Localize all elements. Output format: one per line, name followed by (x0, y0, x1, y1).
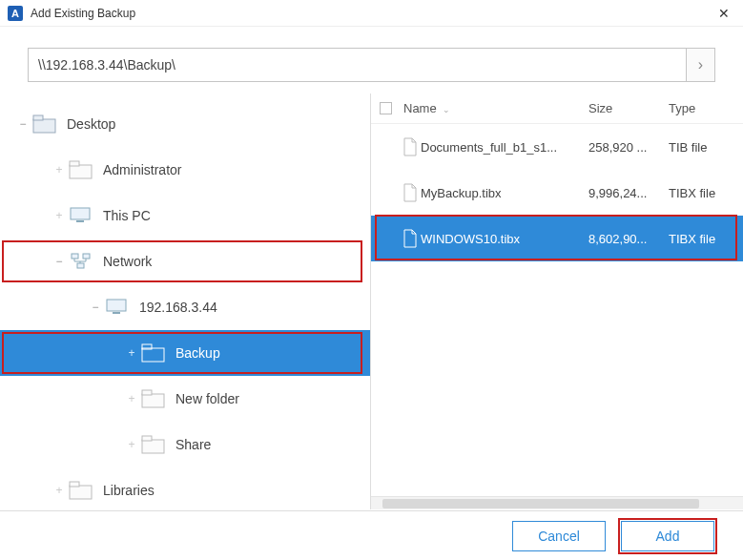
folder-icon (32, 114, 57, 135)
file-size: 258,920 ... (588, 140, 669, 155)
column-type[interactable]: Type (669, 101, 743, 115)
svg-rect-1 (33, 115, 43, 120)
network-icon (69, 251, 93, 272)
monitor-icon (105, 297, 130, 318)
svg-rect-14 (142, 390, 152, 395)
tree-label: This PC (103, 208, 151, 223)
main-area: − Desktop + Administrator + This PC − (0, 93, 743, 509)
svg-rect-10 (113, 312, 120, 314)
tree-label: New folder (175, 391, 239, 406)
tree-network[interactable]: − Network (0, 239, 370, 284)
window-title: Add Existing Backup (31, 7, 712, 20)
path-go-button[interactable]: › (687, 48, 715, 82)
file-list-header: Name⌄ Size Type (371, 93, 743, 124)
collapse-icon[interactable]: − (53, 255, 65, 268)
file-name: WINDOWS10.tibx (421, 232, 588, 246)
svg-rect-7 (83, 254, 90, 259)
file-icon (400, 229, 421, 248)
svg-rect-17 (70, 486, 92, 499)
tree-administrator[interactable]: + Administrator (0, 147, 370, 193)
svg-rect-16 (142, 436, 152, 441)
app-icon: A (8, 6, 23, 21)
file-name: Documents_full_b1_s1... (421, 140, 588, 155)
expand-icon[interactable]: + (126, 392, 137, 405)
file-size: 9,996,24... (588, 186, 669, 200)
select-all-checkbox[interactable] (371, 102, 400, 114)
file-type: TIBX file (669, 186, 743, 200)
svg-rect-8 (77, 263, 84, 268)
chevron-right-icon: › (698, 56, 703, 73)
collapse-icon[interactable]: − (17, 117, 29, 131)
svg-rect-15 (142, 440, 164, 453)
expand-icon[interactable]: + (53, 209, 65, 222)
folder-icon (69, 159, 93, 180)
add-button[interactable]: Add (621, 521, 714, 551)
tree-label: Backup (175, 345, 220, 361)
sort-indicator-icon: ⌄ (443, 105, 450, 114)
column-name[interactable]: Name⌄ (400, 101, 588, 115)
file-icon (400, 137, 421, 156)
folder-icon (141, 434, 166, 455)
file-type: TIBX file (669, 232, 743, 246)
expand-icon[interactable]: + (53, 484, 65, 497)
tree-label: Administrator (103, 162, 181, 177)
file-size: 8,602,90... (588, 232, 669, 246)
tree-label: Share (175, 437, 211, 452)
column-size[interactable]: Size (588, 101, 669, 115)
dialog-footer: Cancel Add (0, 510, 743, 560)
svg-rect-9 (107, 300, 126, 311)
file-type: TIB file (669, 140, 743, 155)
svg-rect-18 (70, 482, 79, 487)
path-input[interactable] (28, 48, 687, 82)
path-bar: › (28, 48, 715, 82)
svg-rect-3 (70, 161, 79, 166)
svg-rect-6 (72, 254, 78, 259)
file-name: MyBackup.tibx (421, 186, 588, 200)
folder-icon (141, 388, 166, 409)
tree-desktop[interactable]: − Desktop (0, 101, 370, 147)
file-icon (400, 183, 421, 202)
file-row[interactable]: Documents_full_b1_s1...258,920 ...TIB fi… (371, 124, 743, 170)
expand-icon[interactable]: + (126, 346, 137, 360)
expand-icon[interactable]: + (126, 438, 137, 451)
folder-open-icon (141, 342, 166, 363)
tree-label: Desktop (67, 116, 115, 132)
svg-rect-2 (70, 165, 92, 178)
expand-icon[interactable]: + (53, 163, 65, 176)
collapse-icon[interactable]: − (90, 301, 101, 314)
tree-libraries[interactable]: + Libraries (0, 467, 370, 509)
svg-rect-13 (142, 394, 164, 407)
tree-label: Network (103, 254, 152, 269)
tree-backup[interactable]: + Backup (0, 330, 370, 376)
cancel-button[interactable]: Cancel (512, 521, 606, 551)
tree-label: Libraries (103, 483, 155, 498)
close-icon[interactable]: ✕ (712, 4, 735, 23)
file-scrollbar[interactable] (371, 496, 743, 509)
tree-host[interactable]: − 192.168.3.44 (0, 284, 370, 330)
tree-label: 192.168.3.44 (139, 300, 217, 315)
svg-rect-5 (76, 220, 84, 222)
file-row[interactable]: WINDOWS10.tibx8,602,90...TIBX file (371, 216, 743, 261)
title-bar: A Add Existing Backup ✕ (0, 0, 743, 27)
libraries-icon (69, 480, 93, 501)
file-row[interactable]: MyBackup.tibx9,996,24...TIBX file (371, 170, 743, 216)
file-list: Name⌄ Size Type Documents_full_b1_s1...2… (370, 93, 743, 509)
monitor-icon (69, 205, 93, 226)
tree-share[interactable]: + Share (0, 422, 370, 467)
folder-tree[interactable]: − Desktop + Administrator + This PC − (0, 93, 370, 509)
svg-rect-4 (71, 208, 90, 219)
tree-new-folder[interactable]: + New folder (0, 376, 370, 422)
svg-rect-0 (33, 119, 55, 133)
tree-this-pc[interactable]: + This PC (0, 193, 370, 239)
svg-rect-11 (142, 348, 164, 362)
